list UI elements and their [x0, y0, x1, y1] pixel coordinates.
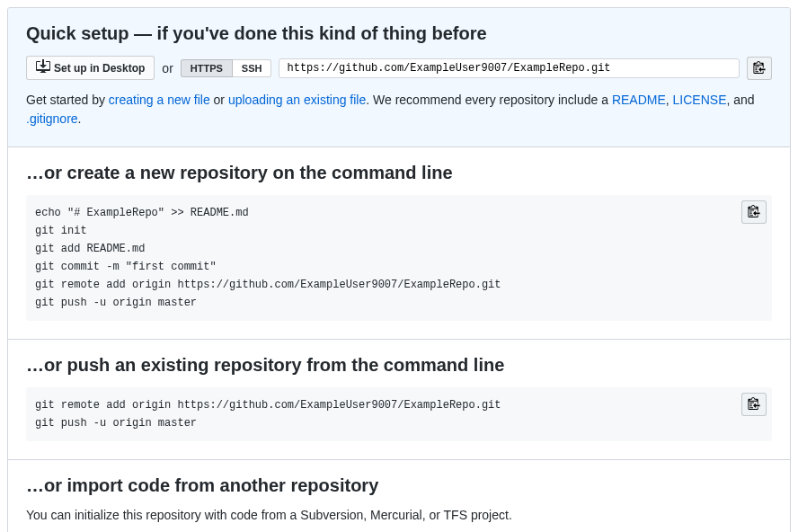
desktop-download-icon — [36, 59, 50, 76]
quick-setup-heading: Quick setup — if you've done this kind o… — [26, 22, 772, 45]
protocol-ssh-button[interactable]: SSH — [233, 59, 272, 77]
clipboard-icon — [748, 396, 760, 412]
protocol-toggle: HTTPS SSH — [181, 59, 272, 77]
copy-create-cli-button[interactable] — [741, 200, 767, 224]
push-cli-heading: …or push an existing repository from the… — [26, 354, 772, 377]
create-cli-heading: …or create a new repository on the comma… — [26, 162, 772, 184]
import-heading: …or import code from another repository — [26, 474, 772, 497]
import-description: You can initialize this repository with … — [26, 508, 772, 522]
or-text: or — [162, 61, 173, 75]
quick-setup-section: Quick setup — if you've done this kind o… — [8, 8, 790, 147]
create-cli-section: …or create a new repository on the comma… — [8, 147, 790, 340]
quick-setup-help: Get started by creating a new file or up… — [26, 91, 772, 129]
setup-desktop-label: Set up in Desktop — [54, 62, 145, 75]
clone-url-input[interactable] — [279, 58, 740, 78]
create-file-link[interactable]: creating a new file — [109, 93, 210, 107]
clipboard-icon — [748, 204, 760, 220]
gitignore-link[interactable]: .gitignore — [26, 111, 78, 126]
readme-link[interactable]: README — [612, 93, 666, 107]
copy-push-cli-button[interactable] — [741, 393, 767, 416]
setup-row: Set up in Desktop or HTTPS SSH — [26, 56, 772, 80]
import-section: …or import code from another repository … — [8, 460, 790, 532]
push-cli-code-block: git remote add origin https://github.com… — [26, 387, 772, 441]
create-cli-code-block: echo "# ExampleRepo" >> README.md git in… — [26, 195, 772, 321]
license-link[interactable]: LICENSE — [673, 93, 727, 107]
create-cli-code[interactable]: echo "# ExampleRepo" >> README.md git in… — [26, 195, 772, 321]
setup-desktop-button[interactable]: Set up in Desktop — [26, 56, 155, 80]
copy-url-button[interactable] — [747, 57, 772, 80]
upload-file-link[interactable]: uploading an existing file — [228, 93, 366, 107]
empty-repo-panel: Quick setup — if you've done this kind o… — [7, 7, 791, 532]
protocol-https-button[interactable]: HTTPS — [181, 59, 233, 77]
clipboard-icon — [753, 60, 766, 76]
push-cli-section: …or push an existing repository from the… — [8, 340, 790, 460]
push-cli-code[interactable]: git remote add origin https://github.com… — [26, 387, 772, 441]
